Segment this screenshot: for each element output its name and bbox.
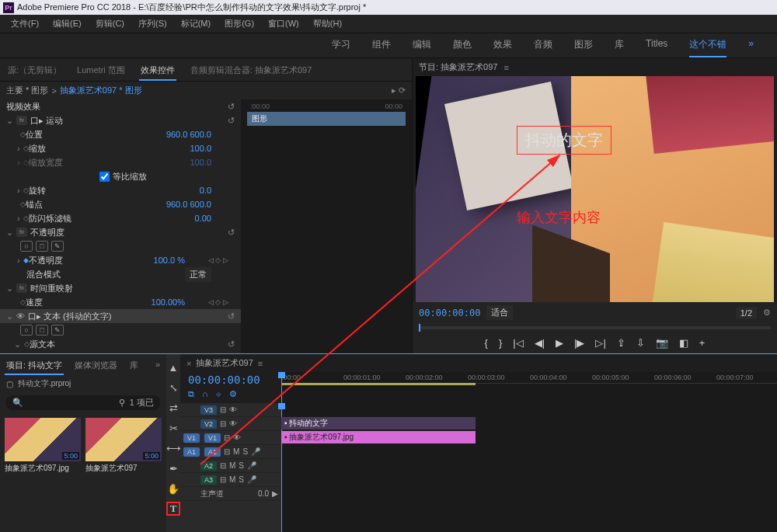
- playhead[interactable]: [281, 372, 282, 403]
- blend-mode-dropdown[interactable]: 正常: [185, 267, 211, 282]
- tab-media-browser[interactable]: 媒体浏览器: [73, 357, 119, 375]
- tab-audio-mixer[interactable]: 音频剪辑混合器: 抽象派艺术097: [189, 61, 313, 81]
- val-flicker[interactable]: 0.00: [195, 214, 211, 223]
- mask-pen-icon[interactable]: ✎: [51, 241, 64, 252]
- val-position[interactable]: 960.0 600.0: [166, 130, 211, 139]
- mask-ellipse-icon[interactable]: ○: [20, 241, 33, 252]
- filter-icon[interactable]: ⚲: [119, 398, 125, 408]
- ws-learn[interactable]: 学习: [332, 38, 350, 53]
- program-monitor[interactable]: 抖动的文字 输入文字内容: [416, 76, 774, 302]
- uniform-scale-checkbox[interactable]: [99, 172, 110, 182]
- clip-image[interactable]: ▪ 抽象派艺术097.jpg: [281, 431, 476, 443]
- mask-ellipse-icon[interactable]: ○: [20, 325, 33, 336]
- mask-rect-icon[interactable]: □: [36, 241, 48, 252]
- breadcrumb-clip[interactable]: 抽象派艺术097 * 图形: [60, 85, 142, 96]
- export-frame-icon[interactable]: 📷: [656, 337, 668, 349]
- settings-icon[interactable]: ⚙: [763, 308, 771, 318]
- ws-color[interactable]: 颜色: [453, 38, 472, 53]
- track-master[interactable]: 主声道: [200, 489, 224, 499]
- pen-tool-icon[interactable]: ✒: [166, 461, 180, 475]
- resolution-dropdown[interactable]: 1/2: [736, 307, 757, 319]
- ws-overflow-icon[interactable]: »: [748, 38, 754, 53]
- ws-titles[interactable]: Titles: [646, 38, 667, 53]
- timeline-tracks[interactable]: ▪ 抖动的文字 ▪ 抽象派艺术097.jpg: [281, 403, 777, 532]
- ws-effects[interactable]: 效果: [493, 38, 512, 53]
- step-back-icon[interactable]: ◀|: [535, 337, 545, 349]
- step-fwd-icon[interactable]: |▶: [574, 337, 584, 349]
- slip-tool-icon[interactable]: ⟷: [166, 441, 180, 455]
- ws-assembly[interactable]: 组件: [372, 38, 391, 53]
- hand-tool-icon[interactable]: ✋: [166, 482, 180, 495]
- tab-effect-controls[interactable]: 效果控件: [139, 61, 176, 81]
- menu-clip[interactable]: 剪辑(C): [89, 16, 131, 31]
- track-a1[interactable]: A1: [204, 447, 221, 457]
- mask-pen-icon[interactable]: ✎: [51, 325, 64, 336]
- mini-timeline-clip[interactable]: 图形: [247, 112, 406, 126]
- ws-edit[interactable]: 编辑: [413, 38, 431, 53]
- menu-file[interactable]: 文件(F): [5, 16, 45, 31]
- tab-libraries[interactable]: 库: [128, 357, 140, 375]
- timeline-timecode[interactable]: 00:00:00:00: [180, 372, 281, 388]
- toggle-timeline-icon[interactable]: ▸ ⟳: [392, 85, 406, 96]
- fx-text-layer[interactable]: 口▸ 文本 (抖动的文字): [28, 311, 111, 322]
- clip-text[interactable]: ▪ 抖动的文字: [281, 417, 476, 429]
- project-search-input[interactable]: 🔍⚲1 项已: [6, 395, 160, 410]
- tab-lumetri[interactable]: Lumetri 范围: [75, 61, 127, 81]
- go-out-icon[interactable]: ▷|: [595, 337, 605, 349]
- val-speed[interactable]: 100.00%: [152, 297, 185, 307]
- project-item[interactable]: 5:00 抽象派艺术097: [85, 418, 162, 475]
- razor-tool-icon[interactable]: ✂: [166, 421, 180, 435]
- mask-rect-icon[interactable]: □: [36, 325, 48, 336]
- type-tool-icon[interactable]: T: [166, 502, 180, 516]
- val-opacity[interactable]: 100.0 %: [154, 256, 185, 265]
- menu-window[interactable]: 窗口(W): [262, 16, 305, 31]
- val-anchor[interactable]: 960.0 600.0: [166, 200, 211, 209]
- val-scale[interactable]: 100.0: [190, 144, 211, 153]
- settings-icon[interactable]: ⚙: [229, 389, 237, 399]
- tab-project[interactable]: 项目: 抖动文字: [5, 357, 64, 375]
- track-a2[interactable]: A2: [200, 461, 217, 471]
- menu-graphics[interactable]: 图形(G): [218, 16, 260, 31]
- text-overlay[interactable]: 抖动的文字: [517, 126, 611, 155]
- play-icon[interactable]: ▶: [556, 337, 563, 349]
- timeline-ruler[interactable]: :00:0000:00:01:0000:00:02:0000:00:03:000…: [281, 372, 777, 384]
- ws-libraries[interactable]: 库: [615, 38, 624, 53]
- lift-icon[interactable]: ⇪: [617, 337, 625, 349]
- keyframe-icon[interactable]: ◇: [20, 130, 26, 138]
- tab-source[interactable]: 源:（无剪辑）: [6, 61, 63, 81]
- fx-opacity[interactable]: 不透明度: [30, 227, 64, 238]
- extract-icon[interactable]: ⇩: [636, 337, 645, 349]
- fx-time-remap[interactable]: 时间重映射: [30, 283, 73, 294]
- link-icon[interactable]: ⟐: [216, 389, 221, 399]
- selection-tool-icon[interactable]: ▲: [166, 360, 180, 374]
- menu-edit[interactable]: 编辑(E): [47, 16, 88, 31]
- twirl-icon[interactable]: ›: [17, 144, 20, 153]
- track-v1[interactable]: V1: [204, 433, 221, 443]
- twirl-icon[interactable]: ⌄: [6, 116, 13, 126]
- track-v2[interactable]: V2: [200, 419, 217, 429]
- fx-motion[interactable]: 口▸ 运动: [30, 115, 63, 127]
- ws-custom[interactable]: 这个不错: [689, 38, 726, 57]
- work-area-bar[interactable]: [281, 383, 476, 385]
- ws-graphics[interactable]: 图形: [574, 38, 593, 53]
- go-in-icon[interactable]: |◁: [513, 337, 523, 349]
- comparison-icon[interactable]: ◧: [679, 337, 688, 349]
- zoom-fit-dropdown[interactable]: 适合: [486, 305, 513, 320]
- ripple-tool-icon[interactable]: ⇄: [166, 401, 180, 415]
- mark-in-icon[interactable]: {: [485, 337, 488, 349]
- track-v3[interactable]: V3: [200, 405, 217, 415]
- track-a3[interactable]: A3: [200, 475, 217, 485]
- reset-icon[interactable]: ↺: [228, 228, 235, 238]
- program-timecode[interactable]: 00:00:00:00: [419, 308, 480, 318]
- mark-out-icon[interactable]: }: [499, 337, 502, 349]
- reset-icon[interactable]: ↺: [228, 102, 235, 112]
- menu-help[interactable]: 帮助(H): [307, 16, 348, 31]
- reset-icon[interactable]: ↺: [228, 116, 235, 126]
- menu-sequence[interactable]: 序列(S): [132, 16, 173, 31]
- sequence-name[interactable]: 抽象派艺术097: [196, 357, 253, 369]
- panel-overflow-icon[interactable]: »: [154, 357, 162, 375]
- snap-icon[interactable]: ⧉: [188, 389, 194, 399]
- menu-marker[interactable]: 标记(M): [175, 16, 218, 31]
- marker-icon[interactable]: ∩: [202, 389, 208, 399]
- val-rotation[interactable]: 0.0: [200, 186, 211, 195]
